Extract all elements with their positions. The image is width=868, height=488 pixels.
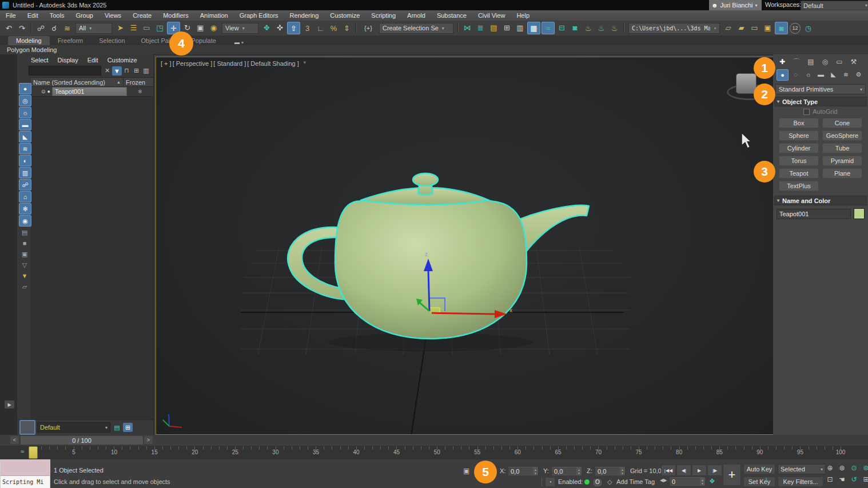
filter-bones-toggle[interactable]: ☍: [19, 179, 31, 191]
spinner-down-icon[interactable]: ▾: [702, 482, 703, 485]
autosave-toggle[interactable]: ◙: [775, 22, 788, 34]
filter-frozen-toggle[interactable]: ✻: [19, 203, 31, 215]
select-link-icon[interactable]: ☍: [35, 22, 47, 34]
column-header-name[interactable]: Name (Sorted Ascending) ▲: [31, 78, 124, 86]
toggle-layer-explorer-button[interactable]: ▥: [514, 22, 526, 33]
workspace-dropdown[interactable]: Default ▾: [801, 1, 868, 10]
project-folder-dropdown[interactable]: C:\Users\jbd\...\3ds Max 2025 ▾: [628, 23, 720, 34]
selection-filter-dropdown[interactable]: All ▾: [75, 23, 112, 34]
primitive-button[interactable]: Box: [779, 118, 819, 128]
menu-item[interactable]: Customize: [324, 12, 365, 19]
project-save-button[interactable]: ▭: [748, 22, 761, 33]
category-shapes[interactable]: ◌: [790, 69, 801, 80]
edit-columns-button[interactable]: ▥: [141, 66, 151, 76]
previous-frame-button[interactable]: <: [10, 436, 19, 444]
z-coordinate-spinner[interactable]: 0,0 ▴▾: [595, 466, 626, 476]
ribbon-config-icon[interactable]: ▬: [234, 39, 240, 45]
filter-containers-toggle[interactable]: ⌂: [19, 191, 31, 203]
explorer-mode-button[interactable]: [19, 420, 35, 435]
frozen-cell-icon[interactable]: ✻: [127, 89, 153, 94]
previous-frame-button[interactable]: ◀|: [676, 465, 691, 476]
explorer-menu-item[interactable]: Select: [26, 57, 53, 64]
menu-item[interactable]: Civil View: [472, 12, 511, 19]
menu-item[interactable]: Arnold: [401, 12, 431, 19]
object-name-cell[interactable]: Teapot001: [52, 87, 127, 96]
object-color-swatch[interactable]: [854, 208, 865, 219]
menu-item[interactable]: File: [0, 12, 22, 19]
set-keys-button[interactable]: +: [723, 464, 741, 486]
filter-xrefs-toggle[interactable]: ▥: [19, 167, 31, 178]
schematic-view-button[interactable]: ⊟: [556, 22, 568, 33]
spinner-down-icon[interactable]: ▾: [578, 471, 580, 475]
category-lights[interactable]: ☼: [803, 69, 814, 80]
primitive-button[interactable]: Tube: [822, 143, 862, 153]
explorer-menu-item[interactable]: Display: [53, 57, 83, 64]
filter-materials-button[interactable]: ■: [19, 238, 30, 248]
visibility-eye-icon[interactable]: ⊙: [41, 89, 46, 94]
user-account-menu[interactable]: ☻ Juri Bianchi ▾: [709, 0, 762, 10]
primitive-button[interactable]: Torus: [779, 156, 819, 166]
filter-helpers-toggle[interactable]: ◣: [19, 131, 31, 142]
menu-item[interactable]: Help: [511, 12, 535, 19]
chevron-down-icon[interactable]: ▾: [241, 40, 244, 45]
filter-spacewarps-toggle[interactable]: ≋: [19, 143, 31, 154]
render-setup-button[interactable]: ♨: [582, 22, 594, 34]
time-slider-value[interactable]: 0 / 100: [20, 435, 144, 445]
expand-panel-button[interactable]: ▶: [5, 400, 14, 408]
maximize-viewport-toggle[interactable]: ⊞: [861, 474, 868, 485]
explorer-row-teapot001[interactable]: ⊙ ● Teapot001 ✻: [31, 87, 153, 96]
autogrid-checkbox[interactable]: AutoGrid: [773, 106, 868, 117]
select-and-place-button[interactable]: ◉: [208, 22, 220, 33]
snaps-toggle-3d[interactable]: 3: [301, 22, 313, 34]
zoom-button[interactable]: ⊕: [825, 463, 835, 473]
curve-editor-button[interactable]: ≈: [541, 22, 555, 34]
explorer-search-input[interactable]: [29, 66, 101, 76]
object-type-rollout[interactable]: ▾ Object Type: [774, 97, 867, 106]
lock-explorer-toggle[interactable]: ⊓: [122, 66, 132, 76]
zoom-region-button[interactable]: ⊡: [825, 474, 835, 485]
spinner-down-icon[interactable]: ▾: [622, 471, 623, 475]
filter-toggle[interactable]: ▼: [112, 66, 122, 76]
layer-stack-button[interactable]: ▤: [112, 423, 122, 432]
explorer-menu-item[interactable]: Customize: [103, 57, 142, 64]
project-open-button[interactable]: ▰: [735, 22, 747, 33]
filter-properties-button[interactable]: ▣: [19, 249, 30, 259]
category-spacewarps[interactable]: ≋: [841, 69, 851, 80]
select-and-manipulate-button[interactable]: ✜: [274, 22, 286, 33]
y-coordinate-spinner[interactable]: 0,0 ▴▾: [551, 466, 582, 476]
filter-folder-button[interactable]: ▱: [19, 281, 30, 292]
key-mode-toggle[interactable]: ◀▶: [660, 478, 667, 483]
tab-utilities[interactable]: ⚒: [848, 57, 859, 67]
select-by-name-button[interactable]: ☰: [128, 22, 140, 33]
go-to-start-button[interactable]: |◀◀: [661, 465, 676, 476]
ribbon-tab[interactable]: Freeform: [50, 36, 91, 45]
bind-to-space-warp-icon[interactable]: ≋: [61, 22, 73, 34]
menu-item[interactable]: Tools: [44, 12, 70, 19]
autoback-interval-indicator[interactable]: 12: [790, 23, 801, 34]
unlink-selection-icon[interactable]: ☌: [48, 22, 60, 34]
reference-coordinate-dropdown[interactable]: View ▾: [222, 23, 258, 34]
filter-groups-toggle[interactable]: ◐: [19, 155, 31, 166]
use-pivot-point-center-button[interactable]: ✥: [261, 22, 273, 33]
undo-button[interactable]: ↶: [3, 22, 15, 34]
default-tangent-icon[interactable]: ⌇: [765, 477, 768, 483]
active-layer-dropdown[interactable]: Default ▾: [37, 422, 110, 433]
filter-geometry-toggle[interactable]: ●: [19, 83, 31, 94]
tab-display[interactable]: ▭: [834, 57, 845, 67]
viewcube[interactable]: [736, 73, 756, 94]
rectangular-selection-region-button[interactable]: ▭: [141, 22, 153, 33]
key-selection-dropdown[interactable]: Selected ▾: [778, 464, 826, 474]
named-selection-sets-dropdown[interactable]: Create Selection Se ▾: [379, 23, 453, 34]
set-key-button[interactable]: Set Key: [743, 477, 775, 487]
pick-parent-toggle[interactable]: ⊞: [132, 66, 141, 76]
add-time-tag-button[interactable]: Add Time Tag: [616, 478, 655, 485]
primitive-button[interactable]: Teapot: [779, 168, 819, 178]
select-and-scale-button[interactable]: ▣: [194, 22, 206, 33]
align-button[interactable]: ≣: [475, 22, 487, 33]
filter-cameras-toggle[interactable]: ▬: [19, 119, 31, 130]
redo-button[interactable]: ↷: [16, 22, 28, 34]
select-object-button[interactable]: ➤: [114, 22, 126, 33]
perspective-viewport[interactable]: [ + ][ Perspective ][ Standard ][ Defaul…: [156, 57, 774, 435]
category-helpers[interactable]: ◣: [828, 69, 839, 80]
menu-item[interactable]: Edit: [22, 12, 44, 19]
